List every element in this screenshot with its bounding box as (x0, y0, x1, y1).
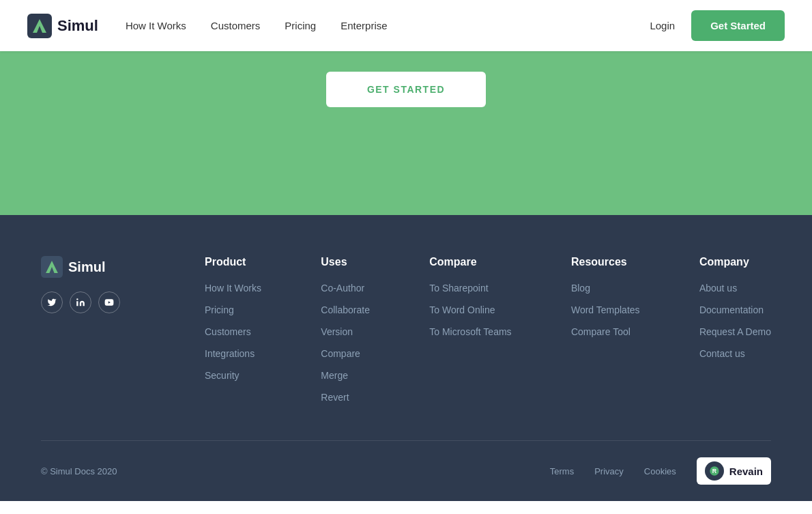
footer-columns: Product How It Works Pricing Customers I… (205, 256, 771, 413)
footer-copyright: © Simul Docs 2020 (41, 466, 117, 476)
list-item: Security (205, 369, 261, 382)
header-get-started-button[interactable]: Get Started (691, 10, 785, 41)
footer-product-customers[interactable]: Customers (205, 326, 251, 337)
nav-enterprise[interactable]: Enterprise (340, 20, 387, 31)
footer-uses-co-author[interactable]: Co-Author (321, 283, 364, 294)
list-item: Integrations (205, 347, 261, 360)
footer-logo-area: Simul (41, 256, 164, 278)
hero-cta-button[interactable]: GET STARTED (326, 72, 486, 107)
footer-logo-icon (41, 256, 63, 278)
list-item: Contact us (699, 347, 771, 360)
header-right: Login Get Started (650, 10, 785, 41)
list-item: Merge (321, 369, 370, 382)
footer-product-how-it-works[interactable]: How It Works (205, 283, 261, 294)
footer-company-documentation[interactable]: Documentation (699, 304, 764, 315)
list-item: Co-Author (321, 282, 370, 294)
revain-icon: R (705, 461, 724, 481)
footer-brand: Simul (41, 256, 164, 413)
green-hero-section: GET STARTED (0, 51, 812, 215)
footer-cookies-link[interactable]: Cookies (644, 466, 676, 476)
footer-resources-compare-tool[interactable]: Compare Tool (571, 326, 630, 337)
login-link[interactable]: Login (650, 20, 675, 31)
list-item: Revert (321, 391, 370, 403)
footer-uses-version[interactable]: Version (321, 326, 353, 337)
svg-text:R: R (712, 468, 717, 474)
header: Simul How It Works Customers Pricing Ent… (0, 0, 812, 51)
footer-col-compare-heading: Compare (429, 256, 511, 268)
list-item: About us (699, 282, 771, 294)
list-item: How It Works (205, 282, 261, 294)
footer-col-compare-list: To Sharepoint To Word Online To Microsof… (429, 282, 511, 338)
list-item: Compare Tool (571, 326, 640, 338)
youtube-icon[interactable] (98, 291, 120, 313)
footer-col-compare: Compare To Sharepoint To Word Online To … (429, 256, 511, 413)
twitter-icon[interactable] (41, 291, 63, 313)
footer-product-pricing[interactable]: Pricing (205, 304, 234, 315)
footer-col-company-heading: Company (699, 256, 771, 268)
footer-company-contact[interactable]: Contact us (699, 348, 745, 359)
nav-how-it-works[interactable]: How It Works (126, 20, 186, 31)
list-item: Request A Demo (699, 326, 771, 338)
footer-col-resources-heading: Resources (571, 256, 640, 268)
list-item: To Word Online (429, 304, 511, 316)
main-nav: How It Works Customers Pricing Enterpris… (126, 20, 388, 31)
footer-compare-word-online[interactable]: To Word Online (429, 304, 495, 315)
header-logo-text: Simul (57, 17, 98, 35)
footer-col-product: Product How It Works Pricing Customers I… (205, 256, 261, 413)
nav-customers[interactable]: Customers (211, 20, 261, 31)
list-item: Documentation (699, 304, 771, 316)
list-item: Customers (205, 326, 261, 338)
list-item: Blog (571, 282, 640, 294)
footer-col-uses-heading: Uses (321, 256, 370, 268)
svg-point-4 (76, 298, 78, 300)
revain-badge[interactable]: R Revain (697, 457, 771, 485)
footer: Simul Product How It Works Pri (0, 215, 812, 501)
footer-uses-merge[interactable]: Merge (321, 370, 348, 381)
list-item: Word Templates (571, 304, 640, 316)
nav-pricing[interactable]: Pricing (285, 20, 316, 31)
social-icons (41, 291, 164, 313)
footer-compare-sharepoint[interactable]: To Sharepoint (429, 283, 488, 294)
footer-col-product-heading: Product (205, 256, 261, 268)
footer-col-resources-list: Blog Word Templates Compare Tool (571, 282, 640, 338)
footer-resources-word-templates[interactable]: Word Templates (571, 304, 640, 315)
footer-col-product-list: How It Works Pricing Customers Integrati… (205, 282, 261, 382)
list-item: To Microsoft Teams (429, 326, 511, 338)
footer-uses-collaborate[interactable]: Collaborate (321, 304, 370, 315)
footer-col-company-list: About us Documentation Request A Demo Co… (699, 282, 771, 360)
footer-uses-compare[interactable]: Compare (321, 348, 360, 359)
footer-privacy-link[interactable]: Privacy (594, 466, 624, 476)
revain-label: Revain (729, 466, 763, 477)
footer-col-company: Company About us Documentation Request A… (699, 256, 771, 413)
footer-terms-link[interactable]: Terms (550, 466, 574, 476)
footer-col-resources: Resources Blog Word Templates Compare To… (571, 256, 640, 413)
footer-bottom: © Simul Docs 2020 Terms Privacy Cookies … (41, 440, 771, 501)
list-item: Pricing (205, 304, 261, 316)
footer-uses-revert[interactable]: Revert (321, 392, 349, 403)
footer-bottom-links: Terms Privacy Cookies R Revain (550, 457, 771, 485)
list-item: Collaborate (321, 304, 370, 316)
linkedin-icon[interactable] (70, 291, 91, 313)
footer-col-uses-list: Co-Author Collaborate Version Compare Me… (321, 282, 370, 403)
footer-company-about[interactable]: About us (699, 283, 737, 294)
footer-top: Simul Product How It Works Pri (41, 256, 771, 440)
header-left: Simul How It Works Customers Pricing Ent… (27, 14, 388, 38)
footer-company-request-demo[interactable]: Request A Demo (699, 326, 771, 337)
footer-product-security[interactable]: Security (205, 370, 240, 381)
footer-col-uses: Uses Co-Author Collaborate Version Compa… (321, 256, 370, 413)
list-item: Compare (321, 347, 370, 360)
logo-icon (27, 14, 52, 38)
footer-product-integrations[interactable]: Integrations (205, 348, 255, 359)
footer-compare-microsoft-teams[interactable]: To Microsoft Teams (429, 326, 511, 337)
logo-area[interactable]: Simul (27, 14, 98, 38)
footer-resources-blog[interactable]: Blog (571, 283, 590, 294)
list-item: To Sharepoint (429, 282, 511, 294)
footer-logo-text: Simul (68, 259, 105, 275)
list-item: Version (321, 326, 370, 338)
